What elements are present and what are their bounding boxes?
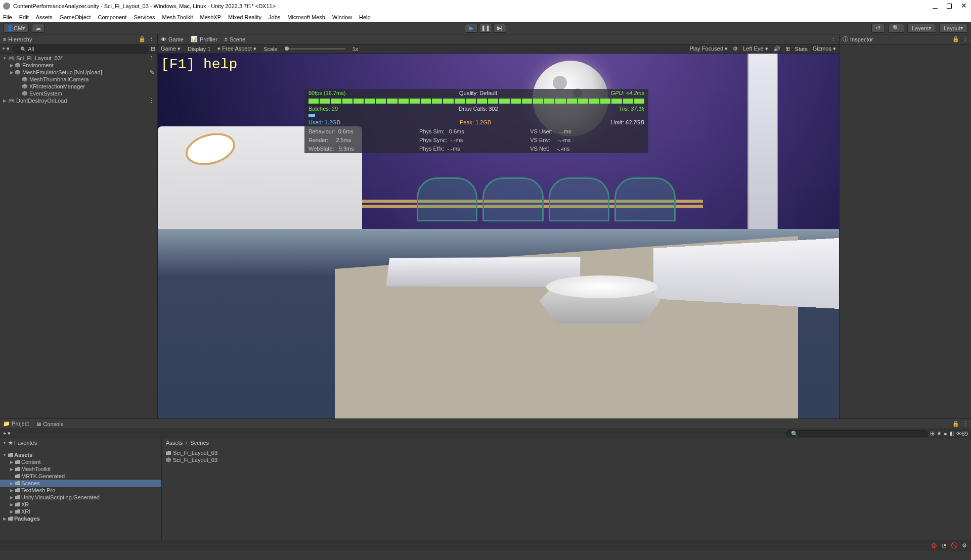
step-button[interactable]: ▶| [493,24,506,33]
eye-dropdown[interactable]: Left Eye ▾ [743,45,768,52]
content-scene[interactable]: Sci_Fi_Layout_03 [166,456,967,463]
holo-table-top [546,275,657,298]
display-dropdown[interactable]: Display 1 [188,46,210,52]
tower-object [747,54,778,229]
hierarchy-item[interactable]: EventSystem [0,90,157,97]
settings-icon[interactable]: ⚙ [733,45,738,52]
panel-menu-icon[interactable]: ⋮ [830,36,836,42]
inspector-tab[interactable]: ⓘ Inspector [843,35,873,43]
menu-window[interactable]: Window [332,14,352,20]
perf-stats-overlay: 60fps (16.7ms)Quality: DefaultGPU: <4.2m… [304,89,648,153]
aspect-dropdown[interactable]: ▾ Free Aspect ▾ [217,45,256,52]
status-icon[interactable]: ◔ [942,542,947,549]
inspector-panel: ⓘ Inspector 🔒 ⋮ [840,34,971,418]
tubes-object [417,177,676,221]
grid-icon[interactable]: ⊞ [785,45,790,52]
menu-file[interactable]: File [3,14,12,20]
status-icon[interactable]: 🐞 [931,542,938,549]
project-search[interactable]: 🔍 [786,430,928,437]
breadcrumb: Assets › Scenes [162,438,971,447]
menu-jobs[interactable]: Jobs [269,14,280,20]
menu-microsoftmesh[interactable]: Microsoft Mesh [287,14,325,20]
maximize-button[interactable] [947,4,952,9]
menu-gameobject[interactable]: GameObject [60,14,91,20]
content-folder[interactable]: Sci_Fi_Layout_03 [166,449,967,456]
status-icon[interactable]: 🚫 [951,542,958,549]
project-tree: ▼★ Favorites ▼ Assets ▶ Content ▶ MeshTo… [0,438,162,540]
favorites-section[interactable]: ▼★ Favorites [0,439,161,446]
menu-services[interactable]: Services [134,14,155,20]
project-filter-4[interactable]: ◧ [949,430,954,437]
hierarchy-item[interactable]: MeshThumbnailCamera [0,76,157,83]
tab-game[interactable]: 👁 Game [161,36,184,42]
inspector-menu-icon[interactable]: ⋮ [962,36,968,42]
status-icon[interactable]: ⚙ [962,542,967,549]
layers-dropdown[interactable]: Layers ▾ [907,24,936,33]
hierarchy-filter-icon[interactable]: ⊞ [151,45,155,52]
stats-button[interactable]: Stats [795,46,808,52]
game-viewport[interactable]: [F1] help 60fps (16.7ms)Quality: Default… [158,54,839,418]
minimize-button[interactable] [933,4,938,9]
close-button[interactable]: ✕ [961,4,966,9]
play-focused-dropdown[interactable]: Play Focused ▾ [689,45,728,52]
menu-meshtoolkit[interactable]: Mesh Toolkit [162,14,193,20]
window-title-bar: ContentPerformanceAnalyzer.unity - Sci_F… [0,0,971,12]
layout-dropdown[interactable]: Layout ▾ [939,24,968,33]
menu-component[interactable]: Component [98,14,126,20]
project-folder[interactable]: ▶ XR [0,501,161,508]
scale-slider[interactable] [285,48,345,50]
project-root[interactable]: ▼ Assets [0,451,161,458]
hierarchy-item[interactable]: ▶Environment [0,62,157,69]
breadcrumb-item[interactable]: Assets [166,440,183,446]
undo-history-button[interactable]: ↺ [871,24,885,33]
project-folder[interactable]: ▶ MeshToolkit [0,465,161,473]
account-button[interactable]: 👤 CM ▾ [3,24,29,33]
audio-icon[interactable]: 🔊 [773,45,780,52]
project-lock-icon[interactable]: 🔒 [952,421,959,427]
menu-assets[interactable]: Assets [36,14,53,20]
bench-right [653,238,839,309]
hierarchy-menu-icon[interactable]: ⋮ [149,36,154,42]
gizmos-dropdown[interactable]: Gizmos ▾ [813,45,836,52]
project-filter-3[interactable]: ● [944,431,947,437]
pause-button[interactable]: ❚❚ [479,24,492,33]
search-button[interactable]: 🔍 [888,24,904,33]
breadcrumb-item[interactable]: Scenes [190,440,209,446]
menu-edit[interactable]: Edit [19,14,29,20]
scale-label: Scale [263,46,278,52]
project-folder[interactable]: MRTK.Generated [0,473,161,480]
project-filter-1[interactable]: ⊞ [930,430,935,437]
project-folder[interactable]: ▶ TextMesh Pro [0,487,161,494]
hierarchy-item[interactable]: ▶MeshEmulatorSetup [NoUpload]✎ [0,69,157,76]
project-console-panel: 📁 Project 🖥 Console 🔒 ⋮ + ▾ 🔍 ⊞ ★ ● ◧ 👁8… [0,418,971,540]
tab-profiler[interactable]: 📊 Profiler [191,36,217,42]
tab-scene[interactable]: # Scene [225,36,245,42]
hierarchy-dontdestroy[interactable]: ▶🎮 DontDestroyOnLoad⋮ [0,97,157,104]
project-folder-selected[interactable]: ▶ Scenes [0,480,161,487]
menu-help[interactable]: Help [359,14,371,20]
hierarchy-add-button[interactable]: + ▾ [2,45,10,52]
tab-console[interactable]: 🖥 Console [36,421,63,427]
game-mode-dropdown[interactable]: Game ▾ [161,45,181,52]
hierarchy-tab[interactable]: ≡ Hierarchy [3,36,32,42]
project-folder[interactable]: ▶ Content [0,458,161,465]
hierarchy-scene-root[interactable]: ▼🎮 Sci_Fi_Layout_03*⋮ [0,55,157,62]
hierarchy-lock-icon[interactable]: 🔒 [139,36,146,42]
hierarchy-search[interactable]: 🔍 All [13,45,149,53]
inspector-lock-icon[interactable]: 🔒 [952,36,959,42]
project-folder[interactable]: ▶ Unity.VisualScripting.Generated [0,494,161,501]
hierarchy-item[interactable]: XRInteractionManager [0,83,157,90]
project-menu-icon[interactable]: ⋮ [962,421,968,427]
pen-icon: ✎ [150,69,154,76]
project-hidden-count[interactable]: 👁89 [956,431,968,437]
packages-root[interactable]: ▶ Packages [0,515,161,522]
cloud-button[interactable]: ☁ [32,24,45,33]
menu-meshxp[interactable]: MeshXP [200,14,221,20]
tab-project[interactable]: 📁 Project [3,421,29,427]
project-add-button[interactable]: + ▾ [3,430,11,437]
project-folder[interactable]: ▶ XRI [0,508,161,515]
play-button[interactable]: ▶ [465,24,478,33]
project-filter-2[interactable]: ★ [937,430,942,437]
project-content: Assets › Scenes Sci_Fi_Layout_03 Sci_Fi_… [162,438,971,540]
menu-mixedreality[interactable]: Mixed Reality [228,14,261,20]
